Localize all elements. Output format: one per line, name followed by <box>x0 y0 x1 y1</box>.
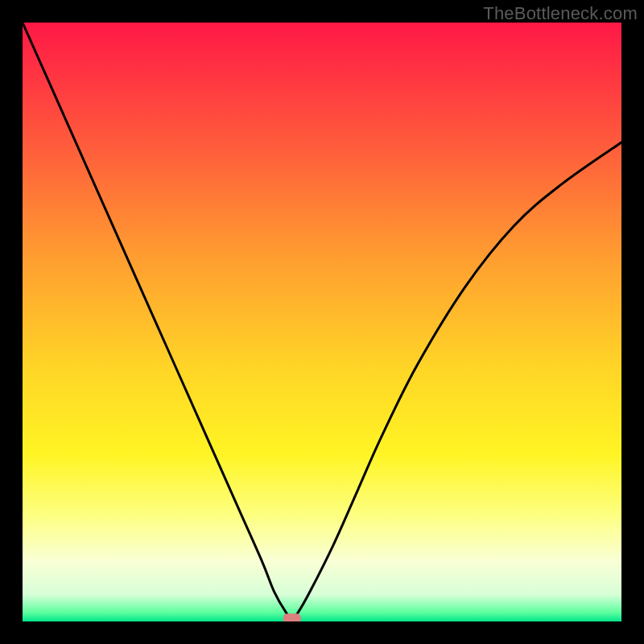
optimal-marker <box>283 613 301 621</box>
bottleneck-chart <box>23 23 621 621</box>
gradient-background <box>23 23 621 621</box>
watermark-text: TheBottleneck.com <box>483 3 638 24</box>
chart-frame: TheBottleneck.com <box>0 0 644 644</box>
plot-area <box>23 23 621 621</box>
